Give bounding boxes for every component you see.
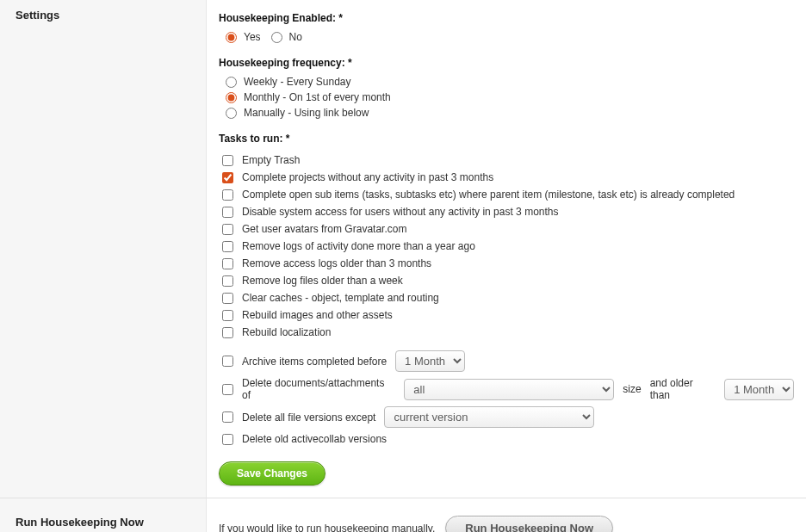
task-row: Complete open sub items (tasks, subtasks… (222, 186, 794, 203)
run-housekeeping-button[interactable]: Run Housekeeping Now (445, 516, 613, 532)
enabled-no-label: No (289, 31, 302, 43)
frequency-weekly-label: Weekly - Every Sunday (244, 76, 351, 88)
enabled-no-radio[interactable] (271, 32, 282, 43)
task-checkbox[interactable] (222, 155, 233, 166)
task-label: Complete projects without any activity i… (242, 171, 493, 183)
frequency-manual-radio[interactable] (226, 108, 237, 119)
task-checkbox[interactable] (222, 224, 233, 235)
task-delete-docs-row: Delete documents/attachments of all size… (222, 374, 794, 404)
enabled-yes-label: Yes (244, 31, 261, 43)
task-checkbox[interactable] (222, 275, 233, 287)
archive-checkbox[interactable] (222, 356, 233, 367)
task-label: Complete open sub items (tasks, subtasks… (242, 189, 735, 201)
delete-old-ac-checkbox[interactable] (222, 434, 233, 445)
task-checkbox[interactable] (222, 207, 233, 218)
frequency-radio-group: Weekly - Every Sunday Monthly - On 1st o… (226, 74, 794, 121)
task-row: Remove log files older than a week (222, 272, 794, 289)
task-label: Disable system access for users without … (242, 206, 558, 218)
run-section: If you would like to run housekeeping ma… (207, 498, 806, 532)
tasks-list: Empty TrashComplete projects without any… (222, 152, 794, 341)
delete-docs-older-text: and older than (650, 377, 716, 401)
run-prompt-text: If you would like to run housekeeping ma… (219, 523, 435, 533)
task-checkbox[interactable] (222, 189, 233, 201)
archive-period-select[interactable]: 1 Month (395, 350, 465, 372)
task-row: Disable system access for users without … (222, 203, 794, 220)
tasks-label: Tasks to run: * (219, 133, 794, 145)
task-label: Rebuild images and other assets (242, 309, 393, 321)
task-row: Remove access logs older than 3 months (222, 255, 794, 272)
file-versions-label: Delete all file versions except (242, 411, 375, 424)
task-archive-row: Archive items completed before 1 Month (222, 348, 794, 374)
task-label: Get user avatars from Gravatar.com (242, 223, 406, 235)
task-checkbox[interactable] (222, 327, 233, 338)
task-checkbox[interactable] (222, 172, 233, 183)
delete-docs-size-text: size (623, 383, 641, 395)
task-checkbox[interactable] (222, 258, 233, 269)
task-row: Complete projects without any activity i… (222, 169, 794, 186)
task-row: Get user avatars from Gravatar.com (222, 220, 794, 238)
frequency-monthly-radio[interactable] (226, 92, 237, 103)
task-delete-old-ac-row: Delete old activecollab versions (222, 430, 794, 448)
frequency-monthly-label: Monthly - On 1st of every month (244, 91, 391, 103)
frequency-manual-label: Manually - Using link below (244, 107, 369, 119)
task-row: Rebuild localization (222, 324, 794, 341)
enabled-radio-group: Yes No (226, 29, 794, 45)
enabled-yes-radio[interactable] (226, 32, 237, 43)
delete-docs-label: Delete documents/attachments of (242, 377, 395, 401)
task-label: Clear caches - object, template and rout… (242, 292, 439, 304)
task-label: Remove logs of activity done more than a… (242, 240, 475, 252)
task-row: Rebuild images and other assets (222, 306, 794, 324)
task-label: Remove access logs older than 3 months (242, 257, 431, 269)
file-versions-select[interactable]: current version (384, 406, 594, 428)
task-label: Rebuild localization (242, 326, 331, 338)
settings-form: Housekeeping Enabled: * Yes No Housekeep… (207, 0, 806, 498)
task-checkbox[interactable] (222, 241, 233, 252)
file-versions-checkbox[interactable] (222, 411, 233, 423)
delete-docs-checkbox[interactable] (222, 384, 233, 395)
save-button[interactable]: Save Changes (219, 461, 326, 486)
frequency-weekly-radio[interactable] (226, 77, 237, 88)
sidebar-run-now: Run Housekeeping Now (0, 498, 207, 532)
sidebar-settings: Settings (0, 0, 207, 498)
settings-heading: Settings (16, 9, 59, 22)
archive-label: Archive items completed before (242, 356, 387, 368)
task-checkbox[interactable] (222, 310, 233, 321)
frequency-label: Housekeeping frequency: * (219, 57, 794, 69)
task-file-versions-row: Delete all file versions except current … (222, 404, 794, 430)
task-label: Remove log files older than a week (242, 275, 403, 287)
task-label: Empty Trash (242, 154, 300, 166)
enabled-label: Housekeeping Enabled: * (219, 12, 794, 24)
run-heading: Run Housekeeping Now (16, 516, 144, 529)
task-row: Remove logs of activity done more than a… (222, 238, 794, 255)
delete-docs-age-select[interactable]: 1 Month (724, 379, 794, 400)
tasks-complex-list: Archive items completed before 1 Month D… (222, 348, 794, 448)
delete-old-ac-label: Delete old activecollab versions (242, 433, 387, 445)
delete-docs-size-select[interactable]: all (404, 379, 614, 400)
task-checkbox[interactable] (222, 293, 233, 304)
task-row: Empty Trash (222, 152, 794, 169)
task-row: Clear caches - object, template and rout… (222, 289, 794, 306)
